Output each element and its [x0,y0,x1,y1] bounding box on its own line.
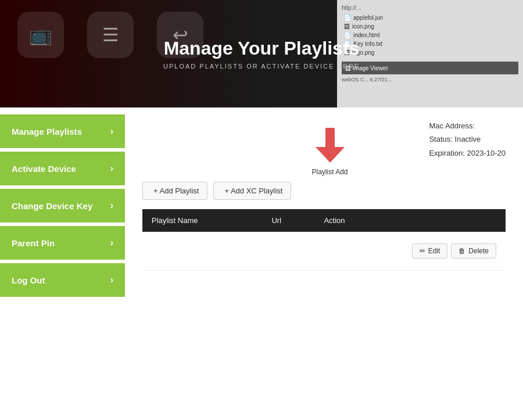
file-icon: 🖼 [344,23,350,30]
add-playlist-button[interactable]: + Add Playlist [142,182,207,200]
right-panel: Mac Address: Status: Inactive Expiration… [125,107,523,420]
file-item: 🖼 logo.png [342,48,518,57]
sidebar-label-manage-playlists: Manage Playlists [12,127,82,137]
col-url: Url [262,209,314,232]
main-content: Manage Playlists › Activate Device › Cha… [0,107,523,420]
table-body: ✏ Edit 🗑 Delete [142,232,506,271]
file-browser-preview: http://... 📄 applefol.jun 🖼 icon.png 📄 i… [337,0,523,107]
chevron-right-icon: › [110,238,113,248]
sidebar-item-log-out[interactable]: Log Out › [0,263,125,297]
action-buttons: ✏ Edit 🗑 Delete [324,238,496,264]
edit-icon: ✏ [420,247,425,255]
edit-button[interactable]: ✏ Edit [412,243,448,259]
sidebar-label-parent-pin: Parent Pin [12,238,55,248]
sidebar: Manage Playlists › Activate Device › Cha… [0,107,125,420]
status-label: Status: [429,135,452,143]
sidebar-item-manage-playlists[interactable]: Manage Playlists › [0,114,125,148]
svg-marker-1 [316,147,345,163]
table-cell-action: ✏ Edit 🗑 Delete [314,232,506,271]
chevron-right-icon: › [110,275,113,285]
header-icon-1: 📺 [17,12,64,58]
image-viewer-bar: 🖼 Image Viewer [342,62,518,74]
col-action: Action [314,209,506,232]
file-item: 🖼 icon.png [342,22,518,31]
table-header-row: Playlist Name Url Action [142,209,506,232]
sidebar-item-change-device-key[interactable]: Change Device Key › [0,189,125,222]
sidebar-label-change-device-key: Change Device Key [12,201,92,211]
expiration-row: Expiration: 2023-10-20 [429,146,506,160]
header-icons-row: 📺 ☰ ↩ [0,0,221,70]
add-xc-playlist-label: + Add XC Playlist [224,186,282,195]
page-header: 📺 ☰ ↩ http://... 📄 applefol.jun 🖼 icon.p… [0,0,523,107]
chevron-right-icon: › [110,163,113,174]
expiration-value: 2023-10-20 [467,149,506,157]
delete-button[interactable]: 🗑 Delete [451,243,496,259]
playlist-buttons-row: + Add Playlist + Add XC Playlist [142,182,506,200]
sidebar-item-activate-device[interactable]: Activate Device › [0,152,125,185]
page-title: Manage Your Playlists [164,38,360,59]
table-cell-name [142,232,262,271]
mac-address-row: Mac Address: [429,119,506,132]
trash-icon: 🗑 [458,247,465,255]
table-cell-url [262,232,314,271]
svg-rect-0 [325,128,335,148]
playlist-table: Playlist Name Url Action ✏ Edit [142,209,506,271]
delete-label: Delete [468,247,489,255]
chevron-right-icon: › [110,200,113,211]
playlist-add-label: Playlist Add [311,168,348,176]
status-row: Status: Inactive [429,132,506,146]
table-header: Playlist Name Url Action [142,209,506,232]
expiration-label: Expiration: [429,149,464,157]
device-info: Mac Address: Status: Inactive Expiration… [429,119,506,160]
table-row: ✏ Edit 🗑 Delete [142,232,506,271]
status-value: Inactive [455,135,481,143]
sidebar-label-log-out: Log Out [12,275,45,285]
file-icon: 📄 [344,15,351,21]
col-playlist-name: Playlist Name [142,209,262,232]
download-arrow-icon [313,125,348,166]
mac-address-label: Mac Address: [429,121,475,130]
webos-info: webOS C... 6.27/21... [342,77,518,82]
file-item: 📄 index.html [342,31,518,40]
video-icon: 📺 [29,24,52,46]
add-xc-playlist-button[interactable]: + Add XC Playlist [213,182,291,200]
file-item: 📄 Key Info.txt [342,40,518,48]
menu-icon: ☰ [102,24,119,46]
chevron-right-icon: › [110,126,113,137]
sidebar-label-activate-device: Activate Device [12,164,76,174]
add-playlist-label: + Add Playlist [153,186,199,195]
page-subtitle: UPLOAD PLAYLISTS OR ACTIVATE DEVICE HERE [163,63,360,70]
edit-label: Edit [428,247,440,255]
file-item: 📄 applefol.jun [342,13,518,22]
sidebar-item-parent-pin[interactable]: Parent Pin › [0,226,125,260]
file-browser-path: http://... [342,5,518,11]
header-icon-2: ☰ [87,12,134,58]
